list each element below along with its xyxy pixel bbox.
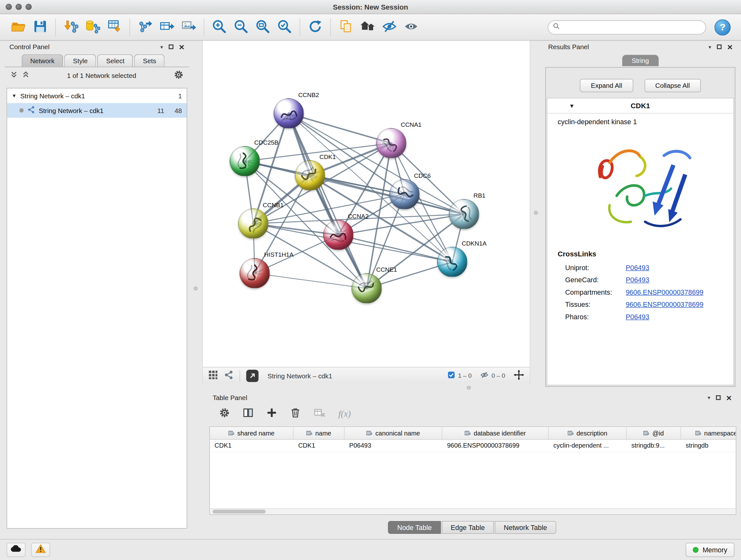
close-window-button[interactable] (6, 4, 12, 10)
tab-edge-table[interactable]: Edge Table (442, 521, 494, 534)
tab-network[interactable]: Network (22, 54, 63, 67)
help-button[interactable]: ? (715, 19, 731, 35)
warnings-button[interactable] (31, 543, 50, 557)
column-header--id[interactable]: @id (627, 427, 681, 439)
column-header-name[interactable]: name (293, 427, 345, 439)
zoom-out-button[interactable] (230, 16, 252, 38)
zoom-fit-button[interactable] (252, 16, 273, 38)
table-cell: CDK1 (210, 440, 293, 452)
tab-style[interactable]: Style (64, 54, 96, 67)
gear-icon[interactable] (174, 70, 184, 81)
network-node-CCNB2[interactable] (273, 98, 304, 129)
expand-all-button[interactable]: Expand All (580, 79, 633, 92)
close-panel-icon[interactable]: × (726, 393, 731, 402)
network-view-toolbar: String Network – cdk1 1 – 0 0 – 0 (203, 367, 530, 384)
network-canvas[interactable]: CCNB2 CCNA1 CDC25B CDK1 CDC6 RB1 CCNB1 C… (203, 41, 530, 367)
network-node-CDKN1A[interactable] (437, 247, 468, 277)
grid-view-icon[interactable] (208, 370, 218, 381)
float-panel-icon[interactable] (169, 44, 174, 49)
delete-column-trash-icon[interactable] (290, 408, 300, 420)
show-all-button[interactable] (400, 16, 422, 38)
column-header-namespace[interactable]: namespace (681, 427, 736, 439)
copy-button[interactable] (335, 16, 357, 38)
network-node-CDC6[interactable] (389, 179, 420, 209)
zoom-selected-button[interactable] (273, 16, 295, 38)
tab-network-table[interactable]: Network Table (495, 521, 556, 534)
sort-column-icon (695, 430, 701, 436)
collapse-all-networks-icon[interactable] (22, 71, 29, 80)
import-network-database-button[interactable] (82, 16, 104, 38)
zoom-window-button[interactable] (25, 4, 31, 10)
horizontal-scrollbar[interactable] (210, 508, 736, 514)
export-image-button[interactable] (178, 16, 199, 38)
float-panel-icon[interactable] (717, 44, 722, 49)
export-network-button[interactable] (134, 16, 156, 38)
column-header-database-identifier[interactable]: database identifier (442, 427, 549, 439)
import-table-button[interactable] (104, 16, 125, 38)
birds-eye-view-icon[interactable] (224, 370, 233, 381)
show-columns-icon[interactable] (243, 408, 253, 420)
expand-all-networks-icon[interactable] (10, 71, 17, 80)
network-node-CDC25B[interactable] (230, 146, 260, 177)
export-view-button[interactable] (246, 369, 259, 382)
import-network-file-button[interactable] (60, 16, 82, 38)
network-node-CDK1[interactable] (295, 160, 325, 191)
refresh-view-button[interactable] (305, 16, 326, 38)
network-node-RB1[interactable] (449, 199, 479, 229)
collapse-panel-icon[interactable]: ▾ (708, 395, 710, 400)
network-node-CCNE1[interactable] (352, 273, 382, 304)
tab-select[interactable]: Select (98, 54, 133, 67)
network-node-CCNB1[interactable] (238, 208, 268, 239)
network-node-CCNA1[interactable] (376, 128, 407, 159)
tab-node-table[interactable]: Node Table (388, 521, 441, 534)
add-column-plus-icon[interactable] (266, 408, 277, 420)
search-input[interactable] (563, 23, 701, 31)
home-button[interactable] (357, 16, 379, 38)
vertical-splitter-handle[interactable] (194, 287, 198, 290)
collapse-panel-icon[interactable]: ▾ (160, 44, 163, 49)
database-network-icon (85, 18, 100, 36)
network-row[interactable]: String Network – cdk1 11 48 (7, 103, 187, 118)
open-session-button[interactable] (8, 16, 29, 38)
column-header-shared-name[interactable]: shared name (210, 427, 293, 439)
hide-selected-button[interactable] (379, 16, 400, 38)
protein-section-header[interactable]: ▼ CDK1 (547, 98, 733, 113)
close-panel-icon[interactable]: × (179, 43, 184, 51)
float-panel-icon[interactable] (716, 395, 721, 400)
selected-checkbox-icon[interactable] (448, 371, 455, 380)
save-session-button[interactable] (29, 16, 51, 38)
crosslinks-list: Uniprot:P06493GeneCard:P06493Compartment… (557, 261, 723, 323)
function-builder-icon[interactable]: f(x) (338, 408, 351, 419)
cloud-status-button[interactable] (7, 543, 25, 557)
delete-table-icon-disabled[interactable] (314, 408, 325, 420)
disclosure-triangle-icon[interactable]: ▼ (12, 93, 17, 98)
column-header-description[interactable]: description (549, 427, 626, 439)
table-row[interactable]: CDK1CDK1P064939606.ENSP00000378699cyclin… (210, 440, 736, 452)
network-collection-row[interactable]: ▼ String Network – cdk1 1 (7, 88, 187, 103)
collapse-section-icon[interactable]: ▼ (569, 103, 575, 109)
scrollbar-thumb[interactable] (212, 509, 266, 513)
pan-crosshair-icon[interactable] (514, 369, 524, 382)
tab-sets[interactable]: Sets (134, 54, 165, 67)
vertical-splitter-handle[interactable] (534, 211, 538, 214)
crosslink-link[interactable]: P06493 (626, 276, 650, 284)
tab-string[interactable]: String (622, 55, 658, 66)
crosslink-link[interactable]: P06493 (626, 264, 650, 271)
export-table-button[interactable] (156, 16, 178, 38)
collapse-all-button[interactable]: Collapse All (644, 79, 700, 92)
memory-button[interactable]: Memory (685, 543, 734, 557)
horizontal-splitter-handle[interactable] (467, 386, 471, 389)
zoom-in-button[interactable] (208, 16, 230, 38)
column-header-canonical-name[interactable]: canonical name (345, 427, 443, 439)
crosslink-link[interactable]: P06493 (626, 313, 650, 320)
crosslink-link[interactable]: 9606.ENSP00000378699 (626, 301, 704, 308)
minimize-window-button[interactable] (16, 4, 22, 10)
hidden-eye-slash-icon[interactable] (480, 371, 489, 380)
crosslink-link[interactable]: 9606.ENSP00000378699 (626, 288, 704, 296)
close-panel-icon[interactable]: × (727, 43, 732, 51)
network-node-HIST1H1A[interactable] (240, 258, 270, 289)
network-node-CCNA2[interactable] (323, 220, 354, 250)
table-settings-gear-icon[interactable] (219, 408, 230, 420)
collapse-panel-icon[interactable]: ▾ (709, 44, 711, 49)
crosslink-row: Tissues:9606.ENSP00000378699 (557, 298, 723, 311)
